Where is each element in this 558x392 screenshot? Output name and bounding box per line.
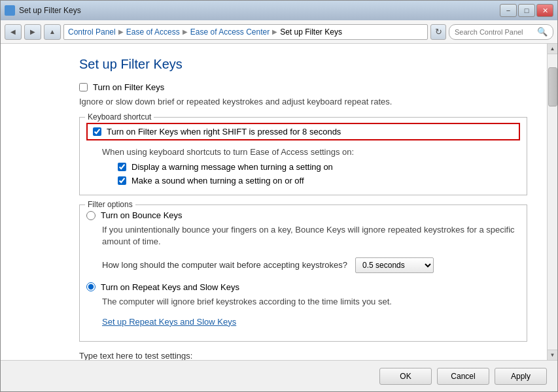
back-button[interactable]: ◀: [5, 24, 22, 40]
refresh-button[interactable]: ↻: [430, 24, 446, 40]
bounce-keys-desc: If you unintentionally bounce your finge…: [102, 224, 520, 248]
scrollbar-track: ▲ ▼: [547, 44, 557, 360]
button-bar: OK Cancel Apply: [1, 360, 557, 391]
wait-row: How long should the computer wait before…: [102, 257, 520, 273]
keyboard-shortcut-section: Keyboard shortcut Turn on Filter Keys wh…: [79, 117, 527, 195]
sound-checkbox[interactable]: [118, 176, 126, 185]
cancel-button[interactable]: Cancel: [437, 368, 489, 385]
filter-keys-label[interactable]: Turn on Filter Keys: [93, 82, 164, 92]
page-title: Set up Filter Keys: [79, 57, 527, 72]
title-bar: Set up Filter Keys − □ ✕: [1, 1, 557, 20]
repeat-keys-link[interactable]: Set up Repeat Keys and Slow Keys: [102, 317, 236, 327]
apply-button[interactable]: Apply: [495, 368, 547, 385]
when-using-label: When using keyboard shortcuts to turn Ea…: [102, 147, 520, 157]
title-bar-buttons: − □ ✕: [500, 4, 553, 17]
maximize-button[interactable]: □: [518, 4, 535, 17]
main-panel: Set up Filter Keys Turn on Filter Keys I…: [1, 44, 547, 360]
title-bar-left: Set up Filter Keys: [5, 5, 81, 16]
title-bar-title: Set up Filter Keys: [19, 6, 81, 15]
warning-checkbox[interactable]: [118, 163, 126, 171]
sound-checkbox-row: Make a sound when turning a setting on o…: [118, 176, 520, 186]
breadcrumb-sep-2: ▶: [183, 28, 188, 35]
shortcut-checkbox-label[interactable]: Turn on Filter Keys when right SHIFT is …: [107, 127, 341, 137]
test-label: Type text here to test settings:: [79, 351, 527, 360]
forward-button[interactable]: ▶: [24, 24, 41, 40]
search-input[interactable]: [455, 28, 534, 36]
breadcrumb-current: Set up Filter Keys: [280, 27, 342, 37]
filter-keys-description: Ignore or slow down brief or repeated ke…: [79, 96, 527, 108]
repeat-keys-radio[interactable]: [86, 282, 96, 291]
close-button[interactable]: ✕: [536, 4, 553, 17]
shortcut-checkbox-row: Turn on Filter Keys when right SHIFT is …: [86, 123, 520, 140]
filter-keys-main-row: Turn on Filter Keys: [79, 82, 527, 92]
search-bar[interactable]: 🔍: [449, 24, 553, 40]
wait-label: How long should the computer wait before…: [102, 260, 347, 270]
filter-options-label: Filter options: [85, 200, 135, 209]
minimize-button[interactable]: −: [500, 4, 517, 17]
content-area: Set up Filter Keys Turn on Filter Keys I…: [1, 44, 557, 360]
search-icon: 🔍: [537, 27, 548, 37]
repeat-keys-desc: The computer will ignore brief keystroke…: [102, 296, 520, 308]
up-button[interactable]: ▲: [44, 24, 61, 40]
breadcrumb-sep-3: ▶: [272, 28, 277, 35]
breadcrumb-sep-1: ▶: [118, 28, 124, 35]
scrollbar-up-button[interactable]: ▲: [548, 44, 557, 54]
bounce-keys-row: Turn on Bounce Keys: [86, 210, 520, 220]
address-bar: ◀ ▶ ▲ Control Panel ▶ Ease of Access ▶ E…: [1, 20, 557, 44]
breadcrumb-ease-of-access[interactable]: Ease of Access: [126, 27, 180, 37]
breadcrumb-control-panel[interactable]: Control Panel: [68, 27, 116, 37]
breadcrumb-bar: Control Panel ▶ Ease of Access ▶ Ease of…: [63, 24, 428, 40]
filter-options-section: Filter options Turn on Bounce Keys If yo…: [79, 204, 527, 342]
warning-checkbox-row: Display a warning message when turning a…: [118, 162, 520, 172]
breadcrumb-ease-of-access-center[interactable]: Ease of Access Center: [190, 27, 270, 37]
repeat-keys-label[interactable]: Turn on Repeat Keys and Slow Keys: [101, 282, 239, 292]
repeat-keys-row: Turn on Repeat Keys and Slow Keys: [86, 282, 520, 292]
sound-checkbox-label[interactable]: Make a sound when turning a setting on o…: [131, 176, 304, 186]
main-window: Set up Filter Keys − □ ✕ ◀ ▶ ▲ Control P…: [0, 0, 558, 392]
ok-button[interactable]: OK: [379, 368, 432, 385]
keyboard-shortcut-label: Keyboard shortcut: [85, 112, 154, 122]
bounce-keys-radio[interactable]: [86, 211, 96, 220]
shortcut-checkbox[interactable]: [93, 127, 101, 136]
wait-dropdown[interactable]: 0.5 seconds 1 second 1.5 seconds 2 secon…: [355, 257, 434, 273]
bounce-keys-label[interactable]: Turn on Bounce Keys: [101, 210, 183, 220]
filter-keys-checkbox[interactable]: [79, 83, 88, 91]
scrollbar-thumb[interactable]: [548, 67, 557, 106]
window-icon: [5, 5, 15, 16]
warning-checkbox-label[interactable]: Display a warning message when turning a…: [131, 162, 333, 172]
scrollbar-down-button[interactable]: ▼: [548, 350, 557, 360]
